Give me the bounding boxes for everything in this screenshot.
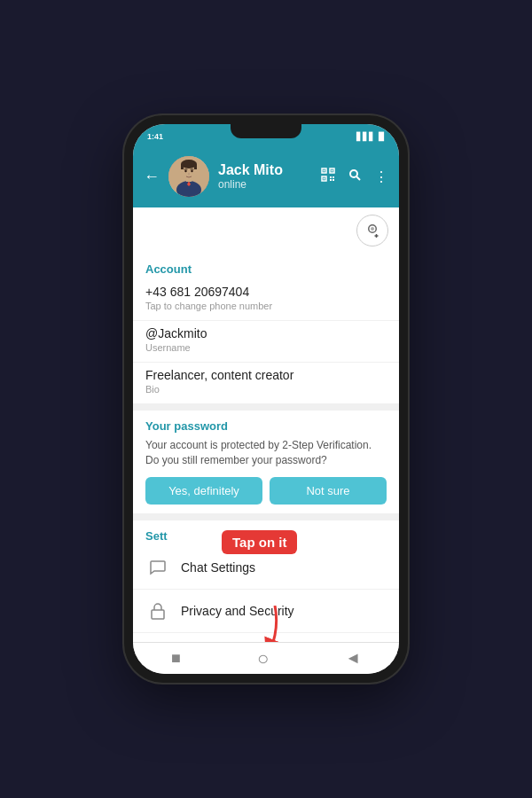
- header-info: Jack Mito online: [218, 162, 312, 191]
- svg-point-9: [191, 170, 192, 172]
- scroll-content: Account +43 681 20697404 Tap to change p…: [133, 207, 399, 642]
- navigation-bar: ■ ○ ◄: [133, 642, 399, 674]
- phone-field[interactable]: +43 681 20697404 Tap to change phone num…: [133, 279, 399, 321]
- svg-rect-28: [152, 610, 164, 619]
- yes-definitely-button[interactable]: Yes, definitely: [145, 477, 262, 505]
- svg-rect-11: [191, 169, 194, 170]
- profile-photo-section: [133, 207, 399, 254]
- phone-frame: 1:41 ▋▋▋ ▉ ←: [124, 115, 408, 683]
- bio-value: Freelancer, content creator: [145, 368, 387, 382]
- chat-settings-label: Chat Settings: [181, 560, 255, 575]
- qr-icon[interactable]: [321, 168, 335, 185]
- phone-number: +43 681 20697404: [145, 285, 387, 299]
- svg-rect-20: [332, 176, 334, 178]
- password-buttons: Yes, definitely Not sure: [145, 477, 387, 505]
- battery-icon: ▉: [379, 132, 385, 141]
- svg-point-8: [184, 170, 186, 172]
- svg-rect-6: [181, 164, 184, 169]
- password-description: Your account is protected by 2-Step Veri…: [145, 438, 387, 468]
- notifications-sounds-item[interactable]: Notifications and Sounds: [133, 633, 399, 642]
- svg-rect-19: [330, 176, 332, 178]
- status-icons: ▋▋▋ ▉: [356, 132, 385, 141]
- chat-icon: [145, 555, 170, 580]
- privacy-icon: [145, 598, 170, 623]
- avatar[interactable]: [168, 156, 209, 197]
- account-section: Account +43 681 20697404 Tap to change p…: [133, 254, 399, 403]
- svg-point-23: [350, 170, 357, 177]
- svg-rect-10: [184, 169, 188, 170]
- svg-rect-22: [332, 179, 334, 181]
- bio-label: Bio: [145, 384, 387, 395]
- status-time: 1:41: [147, 132, 163, 141]
- more-options-icon[interactable]: ⋮: [374, 168, 388, 185]
- privacy-security-item[interactable]: Privacy and Security: [133, 590, 399, 633]
- notch: [231, 124, 301, 138]
- tap-on-it-badge: Tap on it: [222, 530, 297, 554]
- svg-rect-7: [194, 164, 197, 169]
- phone-hint: Tap to change phone number: [145, 301, 387, 311]
- password-section: Your password Your account is protected …: [133, 411, 399, 513]
- not-sure-button[interactable]: Not sure: [270, 477, 387, 505]
- settings-section: Sett Tap on it Chat Settings: [133, 520, 399, 642]
- username-field[interactable]: @Jackmito Username: [133, 321, 399, 363]
- svg-rect-18: [324, 178, 325, 180]
- header: ←: [133, 149, 399, 207]
- privacy-security-label: Privacy and Security: [181, 604, 294, 618]
- header-username: Jack Mito: [218, 162, 312, 178]
- svg-rect-16: [332, 170, 333, 172]
- password-title: Your password: [145, 419, 387, 433]
- triangle-nav-icon[interactable]: ◄: [345, 649, 361, 668]
- phone-screen: 1:41 ▋▋▋ ▉ ←: [133, 124, 399, 674]
- signal-icon: ▋▋▋: [356, 132, 375, 141]
- circle-nav-icon[interactable]: ○: [257, 647, 269, 670]
- username-label: Username: [145, 342, 387, 353]
- account-title: Account: [133, 254, 399, 279]
- svg-point-25: [371, 227, 374, 231]
- username-value: @Jackmito: [145, 326, 387, 340]
- square-nav-icon[interactable]: ■: [171, 649, 181, 668]
- svg-line-24: [356, 176, 360, 180]
- back-button[interactable]: ←: [144, 168, 160, 186]
- bio-field[interactable]: Freelancer, content creator Bio: [133, 363, 399, 403]
- header-status: online: [218, 178, 312, 191]
- search-icon[interactable]: [348, 168, 362, 185]
- svg-point-12: [188, 173, 190, 176]
- header-actions: ⋮: [321, 168, 388, 185]
- svg-rect-14: [324, 170, 325, 172]
- svg-rect-21: [330, 179, 332, 181]
- chat-settings-item[interactable]: Tap on it Chat Settings: [133, 546, 399, 590]
- status-bar: 1:41 ▋▋▋ ▉: [133, 124, 399, 149]
- add-photo-button[interactable]: [356, 215, 388, 246]
- avatar-image: [168, 156, 209, 197]
